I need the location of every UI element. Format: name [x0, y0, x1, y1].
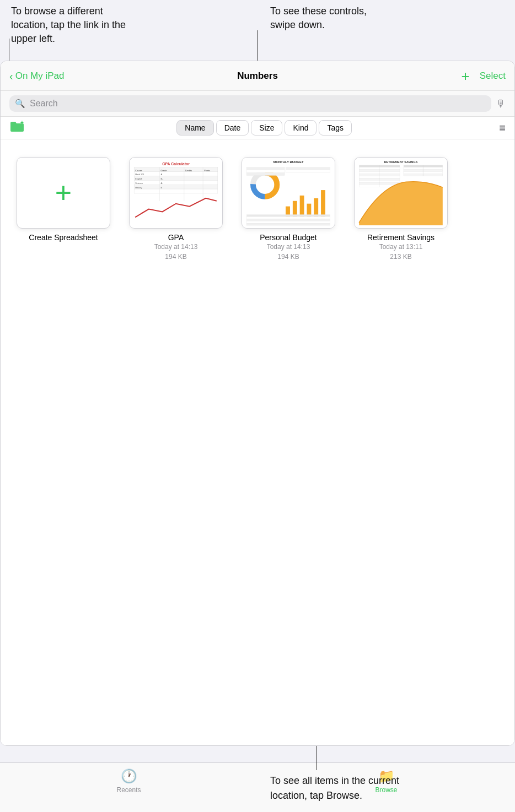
svg-rect-8 — [134, 189, 218, 193]
svg-text:Math 101: Math 101 — [135, 173, 144, 176]
svg-rect-47 — [359, 165, 400, 167]
sort-bar: + Name Date Size Kind Tags ≡ — [1, 117, 514, 139]
svg-text:A: A — [160, 173, 162, 176]
svg-text:Science: Science — [135, 182, 143, 185]
svg-rect-42 — [246, 219, 330, 221]
recents-label: Recents — [116, 786, 141, 794]
personal-budget-item[interactable]: MONTHLY BUDGET — [239, 157, 338, 262]
retirement-savings-meta-date: Today at 13:11 — [379, 242, 423, 252]
browse-icon: 📁 — [378, 768, 395, 784]
retirement-savings-item[interactable]: RETIREMENT SAVINGS — [351, 157, 450, 262]
nav-title: Numbers — [87, 71, 428, 82]
svg-rect-38 — [286, 167, 330, 170]
svg-rect-36 — [246, 170, 285, 173]
svg-text:GPA Calculator: GPA Calculator — [162, 162, 190, 166]
gpa-file-item[interactable]: GPA Calculator Course Grad — [126, 157, 226, 262]
annotation-swipe-down: To see these controls, swipe down. — [270, 4, 391, 32]
svg-text:Course: Course — [135, 169, 142, 172]
svg-text:+: + — [20, 120, 24, 126]
recents-icon: 🕐 — [121, 768, 137, 784]
add-button[interactable]: + — [462, 69, 470, 83]
nav-bar: ‹ On My iPad Numbers + Select — [1, 61, 514, 91]
svg-rect-44 — [246, 223, 330, 225]
svg-text:MONTHLY BUDGET: MONTHLY BUDGET — [273, 160, 304, 164]
personal-budget-meta-date: Today at 14:13 — [267, 242, 310, 252]
svg-rect-52 — [359, 176, 400, 178]
annotation-line-left — [9, 39, 9, 63]
annotation-line-center — [258, 30, 258, 64]
gpa-file-name: GPA — [168, 233, 184, 242]
personal-budget-meta-size: 194 KB — [277, 252, 299, 262]
svg-rect-43 — [246, 221, 330, 223]
personal-budget-thumb: MONTHLY BUDGET — [242, 157, 335, 229]
search-input[interactable] — [30, 99, 486, 109]
browse-label: Browse — [375, 786, 397, 794]
app-container: ‹ On My iPad Numbers + Select 🔍 🎙 + Name… — [0, 61, 515, 746]
sort-tab-kind[interactable]: Kind — [285, 120, 316, 136]
annotation-browse-location: To browse a different location, tap the … — [11, 4, 132, 46]
svg-rect-40 — [246, 214, 330, 216]
svg-rect-5 — [134, 176, 218, 180]
nav-actions: + Select — [428, 69, 506, 83]
svg-rect-41 — [246, 216, 330, 219]
svg-rect-48 — [359, 167, 400, 170]
svg-rect-6 — [134, 180, 218, 185]
gpa-thumb: GPA Calculator Course Grad — [129, 157, 223, 229]
sort-tabs: Name Date Size Kind Tags — [34, 120, 495, 136]
new-folder-button[interactable]: + — [9, 120, 25, 136]
svg-rect-35 — [246, 167, 285, 170]
gpa-file-meta-size: 194 KB — [165, 252, 186, 262]
sort-tab-tags[interactable]: Tags — [319, 120, 352, 136]
svg-rect-50 — [359, 172, 400, 174]
svg-rect-53 — [359, 178, 400, 180]
nav-back-button[interactable]: ‹ On My iPad — [9, 71, 87, 82]
retirement-savings-meta-size: 213 KB — [390, 252, 411, 262]
svg-rect-39 — [286, 170, 330, 173]
svg-rect-4 — [134, 172, 218, 176]
retirement-savings-name: Retirement Savings — [367, 233, 434, 242]
search-wrapper: 🔍 — [9, 95, 491, 112]
annotation-line-browse — [316, 746, 316, 770]
svg-text:English: English — [135, 177, 142, 180]
svg-rect-55 — [359, 182, 400, 185]
svg-text:History: History — [135, 186, 142, 189]
svg-rect-7 — [134, 185, 218, 189]
tab-recents[interactable]: 🕐 Recents — [0, 768, 258, 794]
files-grid: + Create Spreadsheet GPA Calculator — [1, 139, 514, 745]
svg-text:Credits: Credits — [185, 169, 192, 172]
sort-tab-name[interactable]: Name — [176, 120, 213, 136]
nav-back-label: On My iPad — [15, 71, 65, 82]
select-button[interactable]: Select — [480, 71, 506, 82]
svg-text:B: B — [160, 186, 162, 189]
svg-text:Points: Points — [204, 169, 210, 172]
svg-rect-37 — [246, 173, 285, 176]
svg-text:B+: B+ — [160, 177, 164, 180]
create-spreadsheet-item[interactable]: + Create Spreadsheet — [14, 157, 113, 262]
svg-rect-49 — [359, 170, 400, 172]
chevron-left-icon: ‹ — [9, 71, 13, 82]
svg-text:RETIREMENT SAVINGS: RETIREMENT SAVINGS — [384, 160, 418, 164]
list-view-button[interactable]: ≡ — [499, 122, 506, 134]
create-spreadsheet-label: Create Spreadsheet — [29, 233, 98, 242]
tab-bar: 🕐 Recents 📁 Browse — [0, 762, 515, 812]
svg-rect-54 — [359, 180, 400, 182]
search-bar: 🔍 🎙 — [1, 91, 514, 117]
svg-text:Grade: Grade — [160, 169, 167, 172]
sort-tab-size[interactable]: Size — [251, 120, 282, 136]
microphone-icon[interactable]: 🎙 — [496, 98, 506, 110]
sort-tab-date[interactable]: Date — [216, 120, 249, 136]
retirement-savings-thumb: RETIREMENT SAVINGS — [354, 157, 448, 229]
tab-browse[interactable]: 📁 Browse — [258, 768, 515, 794]
gpa-file-meta-date: Today at 14:13 — [154, 242, 198, 252]
create-plus-icon: + — [55, 178, 72, 207]
personal-budget-name: Personal Budget — [260, 233, 317, 242]
create-spreadsheet-thumb: + — [17, 157, 110, 229]
svg-rect-51 — [359, 174, 400, 176]
search-icon: 🔍 — [15, 99, 25, 109]
